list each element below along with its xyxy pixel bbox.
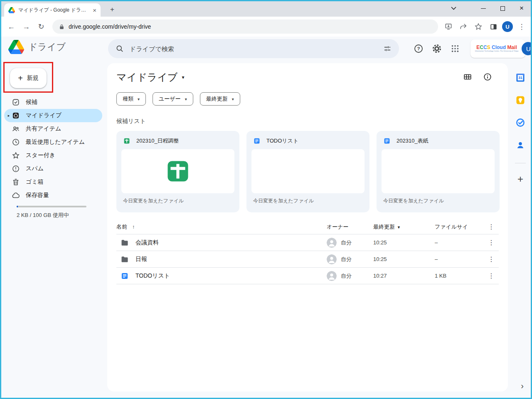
storage-progress-bar: [17, 206, 86, 207]
suggestions-section-label: 候補リスト: [116, 118, 146, 125]
tasks-icon[interactable]: [515, 117, 526, 128]
modified-time: 10:25: [373, 239, 435, 246]
sidebar-item-trash[interactable]: ゴミ箱: [4, 175, 102, 189]
caret-down-icon: ▾: [182, 74, 184, 80]
suggested-check-icon: [12, 98, 20, 106]
drive-app: ドライブ ? ECCS Cloud Ma: [0, 37, 532, 399]
sidebar-item-recent[interactable]: 最近使用したアイテム: [4, 135, 102, 149]
sidebar-item-label: 候補: [26, 99, 37, 106]
file-size: –: [435, 239, 484, 246]
page-title-dropdown[interactable]: マイドライブ ▾: [116, 71, 184, 84]
star-icon: [12, 151, 20, 160]
suggestion-card-reason: 今日変更を加えたファイル: [116, 193, 239, 209]
drive-brand[interactable]: ドライブ: [8, 40, 66, 54]
suggestion-card[interactable]: 202310_日程調整 今日変更を加えたファイル: [116, 131, 239, 212]
window-close-button[interactable]: ×: [512, 0, 531, 17]
sidebar-item-shared[interactable]: 共有アイテム: [4, 122, 102, 135]
side-panel-icon[interactable]: [487, 20, 500, 33]
reload-button[interactable]: ↻: [34, 20, 48, 34]
search-input[interactable]: [130, 45, 377, 52]
search-options-icon[interactable]: [383, 44, 392, 53]
sidebar-item-label: スパム: [26, 165, 44, 172]
drive-profile-avatar[interactable]: U: [522, 42, 532, 55]
suggestion-card[interactable]: TODOリスト 今日変更を加えたファイル: [246, 131, 369, 212]
search-icon: [116, 44, 124, 53]
table-row[interactable]: 日報 自分 10:25 – ⋮: [116, 251, 499, 268]
sidebar-item-label: 保存容量: [26, 192, 49, 199]
contacts-icon[interactable]: [515, 140, 526, 150]
bookmark-star-icon[interactable]: [472, 20, 485, 33]
folder-icon: [121, 255, 129, 264]
account-chip[interactable]: ECCS Cloud Mail Information Technology C…: [470, 39, 525, 58]
sidebar-item-suggested[interactable]: 候補: [4, 96, 102, 109]
sort-ascending-icon: ↑: [132, 224, 135, 230]
owner-avatar: [327, 238, 337, 248]
url-text: drive.google.com/drive/my-drive: [69, 23, 151, 30]
suggestion-card-name: TODOリスト: [266, 137, 298, 145]
calendar-icon[interactable]: 31: [515, 72, 526, 83]
expand-arrow-icon[interactable]: ▸: [6, 113, 12, 118]
grid-view-icon[interactable]: [463, 72, 472, 81]
page-title: マイドライブ: [116, 71, 177, 84]
owner-avatar: [327, 271, 337, 281]
svg-text:?: ?: [417, 46, 420, 51]
suggestion-card[interactable]: 202310_表紙 今日変更を加えたファイル: [377, 131, 500, 212]
share-icon[interactable]: [457, 20, 470, 33]
column-header-name[interactable]: 名前 ↑: [116, 223, 327, 231]
sidebar-item-spam[interactable]: スパム: [4, 162, 102, 175]
owner-name: 自分: [341, 272, 352, 280]
filter-chip-people[interactable]: ユーザー ▾: [153, 92, 193, 106]
side-panel: 31 +: [509, 61, 532, 399]
browser-toolbar: ← → ↻ drive.google.com/drive/my-drive U …: [0, 17, 532, 37]
column-header-size[interactable]: ファイルサイ: [435, 223, 484, 231]
storage-used-fill: [17, 206, 18, 207]
clock-icon: [12, 138, 20, 146]
sidebar-item-label: スター付き: [26, 152, 55, 159]
drive-app-name: ドライブ: [28, 41, 66, 53]
new-button[interactable]: + 新規: [10, 68, 47, 88]
keep-icon[interactable]: [515, 95, 526, 106]
column-header-owner[interactable]: オーナー: [327, 223, 373, 231]
row-options-icon[interactable]: ⋮: [484, 239, 499, 246]
browser-menu-icon[interactable]: ⋮: [515, 20, 528, 33]
file-size: 1 KB: [435, 273, 484, 279]
filter-chip-modified[interactable]: 最終更新 ▾: [200, 92, 240, 106]
new-tab-button[interactable]: +: [107, 5, 117, 15]
save-page-icon[interactable]: [442, 20, 455, 33]
tab-search-icon[interactable]: [444, 0, 463, 17]
column-options-icon[interactable]: ⋮: [484, 223, 499, 231]
hide-side-panel-chevron-icon[interactable]: ›: [521, 381, 524, 391]
column-header-modified[interactable]: 最終更新▼: [373, 223, 435, 231]
row-options-icon[interactable]: ⋮: [484, 272, 499, 280]
table-row[interactable]: 会議資料 自分 10:25 – ⋮: [116, 234, 499, 251]
sidebar-item-my-drive[interactable]: ▸ マイドライブ: [4, 109, 102, 122]
get-addons-plus-icon[interactable]: +: [517, 174, 523, 184]
sidebar-item-storage[interactable]: 保存容量: [4, 189, 102, 202]
caret-down-icon: ▾: [138, 97, 140, 101]
drive-search-bar[interactable]: [108, 39, 399, 58]
back-button[interactable]: ←: [4, 20, 18, 34]
modified-time: 10:27: [373, 273, 435, 279]
modified-time: 10:25: [373, 256, 435, 262]
settings-gear-icon[interactable]: [431, 43, 443, 54]
filter-chip-type[interactable]: 種類 ▾: [116, 92, 146, 106]
window-maximize-button[interactable]: [493, 0, 512, 17]
browser-profile-avatar[interactable]: U: [502, 21, 513, 32]
suggestion-card-reason: 今日変更を加えたファイル: [246, 193, 369, 209]
forward-button[interactable]: →: [19, 20, 33, 34]
address-bar[interactable]: drive.google.com/drive/my-drive: [52, 20, 438, 34]
details-info-icon[interactable]: [483, 72, 492, 81]
sidebar-item-label: マイドライブ: [26, 112, 62, 119]
row-options-icon[interactable]: ⋮: [484, 255, 499, 263]
owner-avatar: [327, 254, 337, 264]
sidebar-item-starred[interactable]: スター付き: [4, 149, 102, 162]
help-icon[interactable]: ?: [413, 43, 424, 54]
chip-label: 最終更新: [206, 95, 228, 103]
browser-tab[interactable]: マイドライブ - Google ドライブ ×: [4, 3, 101, 17]
docs-file-icon: [383, 137, 391, 145]
window-minimize-button[interactable]: [474, 0, 493, 17]
table-row[interactable]: TODOリスト 自分 10:27 1 KB ⋮: [116, 268, 499, 284]
file-size: –: [435, 256, 484, 262]
apps-grid-icon[interactable]: [449, 43, 461, 54]
tab-close-icon[interactable]: ×: [93, 7, 96, 13]
